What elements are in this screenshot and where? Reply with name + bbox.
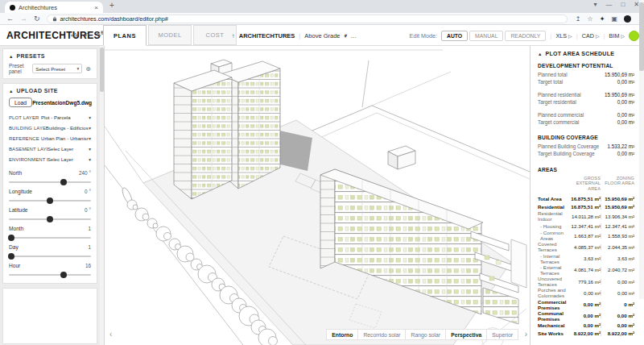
- area-row-residential-indoor: Residential Indoor14.011,28 m²13.906,34 …: [538, 210, 634, 222]
- layer-label: BASEMENT LAYER: [9, 147, 47, 152]
- layer-row-building-layer: BUILDING LAYERBuildings - Edificios▾: [9, 123, 91, 133]
- view-tab-perspectiva[interactable]: Perspectiva: [445, 329, 487, 340]
- export-xls-button[interactable]: XLS▷: [555, 32, 572, 39]
- new-tab-button[interactable]: +: [109, 1, 114, 10]
- area-row-housing: - Housing12.347,41 m²12.347,41 m²: [538, 222, 634, 230]
- collapse-sidebar-icon[interactable]: ‹: [109, 330, 112, 339]
- layer-select-reference-laye[interactable]: Urban Plan - Urbanismo▾: [41, 135, 91, 141]
- layer-row-reference-laye: REFERENCE LAYEUrban Plan - Urbanismo▾: [9, 133, 91, 143]
- col-zoning-floor-area: ZONING FLOOR AREA: [601, 176, 634, 193]
- export-icon: ▷: [568, 33, 572, 39]
- collapse-icon[interactable]: ▲: [9, 54, 13, 59]
- layer-row-environment-la: ENVIRONMENT LASelec Layer▾: [9, 154, 91, 164]
- sidebar-scrollbar[interactable]: [100, 46, 104, 345]
- area-row-residential: Residential16.875,51 m²15.950,69 m²: [538, 202, 634, 210]
- collapse-icon[interactable]: ▲: [9, 89, 13, 94]
- preset-actions-icon[interactable]: ⊕: [85, 65, 91, 73]
- sidebar-scrollbar-thumb[interactable]: [100, 48, 104, 92]
- edit-mode-manual[interactable]: MANUAL: [469, 31, 503, 41]
- export-bim-button[interactable]: BIM▷: [609, 32, 625, 39]
- preset-select[interactable]: Select Preset ▾: [32, 64, 82, 73]
- dp-planned-commercial: Planned commercial0,00 m²: [538, 111, 634, 118]
- viewport-3d[interactable]: ‹ EntornoRecorrido solarRango solarPersp…: [105, 46, 530, 345]
- plot-area-schedule-panel: ▲ PLOT AREA SCHEDULE DEVELOPMENT POTENTI…: [530, 46, 644, 345]
- window-minimize-icon[interactable]: —: [605, 1, 612, 8]
- section-title-development-potential: DEVELOPMENT POTENTIAL: [538, 63, 634, 69]
- layer-label: BUILDING LAYER: [9, 126, 46, 131]
- announcements-icon[interactable]: [71, 32, 78, 39]
- dp-target-residential: Target residential0,00 m²: [538, 98, 634, 106]
- chevron-down-icon[interactable]: ▾: [345, 32, 347, 39]
- slider-track-day[interactable]: [9, 256, 91, 257]
- slider-knob-day[interactable]: [8, 253, 14, 260]
- panel-scrollbar[interactable]: [639, 0, 644, 299]
- layer-select-basement-layer[interactable]: Selec Layer▾: [47, 146, 91, 152]
- section-title-building-coverage: BUILDING COVERAGE: [538, 135, 634, 140]
- tab-plans[interactable]: PLANS: [103, 25, 147, 46]
- grade-selector[interactable]: Above Grade: [304, 32, 340, 39]
- slider-knob-latitude[interactable]: [47, 216, 53, 222]
- slider-track-north[interactable]: [9, 181, 91, 183]
- view-tab-rango-solar[interactable]: Rango solar: [405, 329, 446, 340]
- area-row-uncovered-terraces: Uncovered Terraces779,16 m²0,00 m²: [538, 276, 634, 287]
- undo-icon[interactable]: ↶: [84, 31, 89, 39]
- tab-close-icon[interactable]: ×: [94, 4, 98, 11]
- slider-track-month[interactable]: [9, 237, 91, 239]
- slider-knob-month[interactable]: [8, 235, 14, 241]
- slider-track-latitude[interactable]: [9, 218, 91, 220]
- panel-header[interactable]: ▲ PLOT AREA SCHEDULE: [538, 51, 634, 56]
- up-level-icon[interactable]: ↑: [232, 32, 235, 39]
- panel-scrollbar-thumb[interactable]: [639, 2, 644, 71]
- layer-select-plot-layer[interactable]: Plot - Parcela▾: [41, 114, 91, 120]
- slider-track-hour[interactable]: [9, 274, 91, 276]
- extension-pin-icon[interactable]: ✦: [600, 15, 605, 23]
- back-icon[interactable]: ←: [6, 15, 14, 23]
- reload-icon[interactable]: ↻: [34, 15, 40, 23]
- collapse-panel-icon[interactable]: ›: [525, 330, 527, 339]
- area-row-communal-premises: Communal Premises0,00 m²0,00 m²: [538, 310, 634, 322]
- window-close-icon[interactable]: ✕: [634, 1, 639, 8]
- tab-search-icon[interactable]: ▾: [593, 1, 597, 8]
- export-cad-button[interactable]: CAD▷: [582, 32, 600, 39]
- left-sidebar: ▲ PRESETS Preset panel Select Preset ▾ ⊕…: [0, 46, 105, 345]
- browser-profile-avatar[interactable]: [624, 15, 631, 23]
- slider-knob-north[interactable]: [60, 179, 67, 185]
- view-tab-entorno[interactable]: Entorno: [326, 329, 358, 340]
- chevron-down-icon: ▾: [89, 147, 91, 152]
- slider-knob-longitude[interactable]: [47, 197, 53, 204]
- browser-tab[interactable]: Architechtures ×: [5, 2, 103, 13]
- view-tab-recorrido-solar[interactable]: Recorrido solar: [357, 329, 406, 340]
- chevron-down-icon: ▾: [89, 157, 91, 162]
- edit-mode-readonly[interactable]: READONLY: [505, 31, 546, 41]
- area-row-external-terraces: - External Terraces4.081,74 m²2.040,72 m…: [538, 264, 634, 276]
- collapse-icon[interactable]: ▲: [538, 52, 542, 56]
- load-button[interactable]: Load: [9, 98, 32, 107]
- area-row-internal-terraces: - Internal Terraces3,63 m²3,63 m²: [538, 253, 634, 264]
- side-panel-icon[interactable]: ▣: [611, 15, 617, 23]
- slider-knob-hour[interactable]: [60, 272, 67, 278]
- project-breadcrumb[interactable]: ↑ ARCHITECHTURES | Above Grade ▾ …: [232, 25, 357, 46]
- user-avatar[interactable]: [629, 31, 639, 41]
- tab-model[interactable]: MODEL: [148, 25, 192, 45]
- upload-site-header[interactable]: ▲ UPLOAD SITE: [9, 88, 91, 94]
- export-icon: ▷: [596, 33, 600, 39]
- slider-day: Day1: [9, 244, 91, 257]
- export-group: |XLS▷|CAD▷|BIM▷: [550, 32, 625, 39]
- view-tab-superior[interactable]: Superior: [486, 329, 518, 340]
- slider-track-longitude[interactable]: [9, 200, 91, 202]
- bc-target-building-coverage: Target Building Coverage0,00 m²: [538, 150, 634, 157]
- breadcrumb-ellipsis[interactable]: …: [351, 32, 357, 39]
- url-bar[interactable]: architechtures.com/dashboard/editor.php#: [47, 15, 568, 23]
- bookmark-star-icon[interactable]: ☆: [588, 15, 593, 23]
- layer-select-environment-la[interactable]: Selec Layer▾: [47, 156, 91, 162]
- window-maximize-icon[interactable]: □: [621, 1, 625, 8]
- tab-cost[interactable]: COST: [193, 25, 237, 45]
- redo-icon[interactable]: ↷: [95, 31, 101, 39]
- url-text: architechtures.com/dashboard/editor.php#: [60, 15, 168, 23]
- layer-select-building-layer[interactable]: Buildings - Edificios▾: [46, 125, 91, 131]
- presets-header[interactable]: ▲ PRESETS: [9, 53, 91, 59]
- bc-planned-building-coverage: Planned Building Coverage1.533,22 m²: [538, 143, 634, 150]
- edit-mode-auto[interactable]: AUTO: [441, 31, 468, 41]
- share-icon[interactable]: ↥: [576, 15, 581, 23]
- tab-title: Architechtures: [19, 4, 91, 11]
